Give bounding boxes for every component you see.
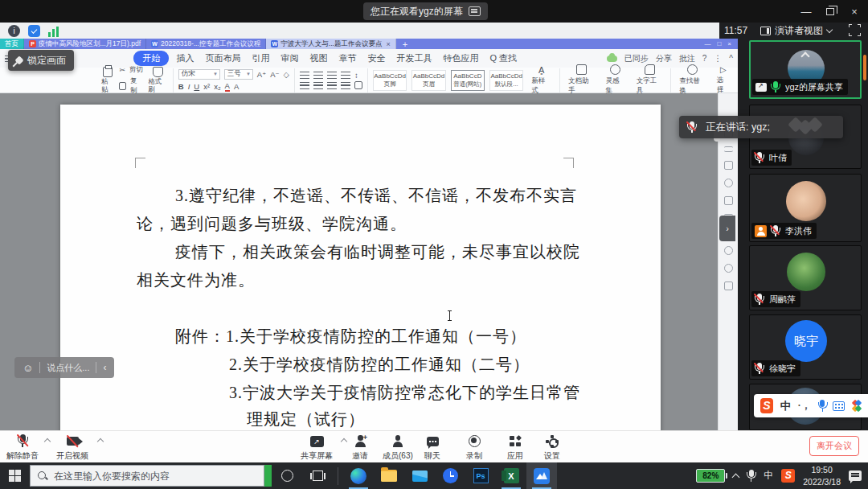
font-name-select[interactable]: 仿宋▾ [178, 69, 220, 80]
wps-close-icon[interactable]: × [727, 40, 731, 47]
grow-font-button[interactable]: A⁺ [257, 70, 266, 79]
share-label[interactable]: 分享 [656, 53, 672, 64]
chat-placeholder[interactable]: 说点什么... [47, 362, 89, 374]
ime-punctuation[interactable]: ·， [798, 399, 811, 413]
menu-security[interactable]: 安全 [362, 51, 391, 66]
tray-sogou-icon[interactable]: S [781, 469, 795, 483]
style-header[interactable]: AaBbCcDd页眉 [411, 70, 445, 91]
taskbar-excel[interactable]: X [496, 462, 526, 489]
menu-review[interactable]: 审阅 [275, 51, 304, 66]
font-color-button[interactable]: A [225, 81, 230, 92]
wps-tab-active-doc[interactable]: W 宁波大学人文与...题工作会议要点 × [266, 39, 395, 49]
align-center-icon[interactable] [313, 82, 323, 89]
sort-icon[interactable]: ↕ [354, 71, 358, 80]
view-mode-switcher[interactable]: 演讲者视图 [760, 23, 832, 39]
numbering-icon[interactable] [313, 72, 323, 79]
side-tool-icon[interactable] [724, 196, 733, 205]
wps-tab-pdf[interactable]: P 疫情中高风险地区划...月17日).pdf [24, 39, 146, 49]
screen-switch-icon[interactable] [469, 6, 481, 16]
participant-tile-zhoulip[interactable]: 周鹂萍 [749, 245, 862, 310]
shield-icon[interactable] [28, 25, 40, 37]
taskbar-search[interactable] [30, 465, 264, 487]
menu-references[interactable]: 引用 [246, 51, 275, 66]
side-tool-icon[interactable] [724, 161, 733, 170]
leave-meeting-button[interactable]: 离开会议 [809, 436, 859, 456]
collapse-arrow-icon[interactable]: ‹ [103, 362, 106, 373]
font-size-select[interactable]: 三号▾ [224, 69, 253, 80]
ime-mode-chinese[interactable]: 中 [780, 399, 791, 413]
participant-tile-ygz-share[interactable]: ygz的屏幕共享 [749, 40, 862, 99]
record-button[interactable]: 录制 [466, 434, 482, 462]
sogou-logo-icon[interactable]: S [760, 398, 773, 413]
find-replace-button[interactable]: 查找替换 [676, 64, 708, 96]
select-button[interactable]: ▷选择 [714, 65, 733, 95]
wps-minimize-icon[interactable]: — [704, 40, 710, 47]
menu-section[interactable]: 章节 [333, 51, 362, 66]
fullscreen-icon[interactable] [849, 24, 861, 36]
text-tools-button[interactable]: 文字工具 [633, 64, 666, 96]
minimize-button[interactable]: — [794, 6, 818, 18]
wps-tab-agenda[interactable]: W 20220318-...控专题工作会议议程 [146, 39, 266, 49]
participant-tile-xuxiaoyu[interactable]: 晓宇 徐晓宇 [749, 314, 862, 380]
superscript-button[interactable]: x² [203, 82, 210, 91]
share-options-chevron[interactable] [341, 438, 347, 445]
menu-start[interactable]: 开始 [133, 51, 169, 66]
invite-button[interactable]: + 邀请 [352, 434, 368, 462]
taskbar-clock-app[interactable] [435, 462, 465, 489]
copy-button[interactable]: 复制 [119, 76, 143, 96]
side-tool-icon[interactable] [724, 264, 733, 273]
side-tool-icon[interactable] [724, 246, 733, 255]
side-tool-icon[interactable] [724, 179, 733, 187]
participant-tile-lihongwei[interactable]: 李洪伟 [749, 174, 862, 242]
cloud-sync-icon[interactable] [607, 55, 617, 62]
borders-icon[interactable] [354, 81, 362, 89]
panel-expand-handle[interactable]: › [719, 216, 735, 241]
bullets-icon[interactable] [300, 72, 309, 79]
menu-find[interactable]: Q 查找 [484, 51, 522, 66]
task-view-button[interactable] [302, 462, 333, 489]
share-screen-button[interactable]: ↗ 共享屏幕 [301, 434, 333, 462]
style-footer[interactable]: AaBbCcDd页脚 [373, 70, 407, 91]
align-left-icon[interactable] [300, 82, 309, 89]
apps-button[interactable]: 应用 [507, 434, 523, 462]
ime-mic-icon[interactable] [818, 400, 825, 413]
tab-close-icon[interactable]: × [386, 40, 390, 48]
restore-button[interactable] [818, 6, 842, 18]
chat-button[interactable]: 聊天 [424, 434, 440, 462]
paste-button[interactable]: 粘贴 [101, 67, 114, 93]
justify-icon[interactable] [341, 82, 350, 89]
unmute-button[interactable]: 解除静音 [6, 434, 39, 462]
collapse-ribbon-icon[interactable]: ^ [729, 54, 733, 63]
wps-tab-home[interactable]: 首页 [0, 39, 24, 49]
settings-button[interactable]: 设置 [544, 434, 560, 462]
shrink-font-button[interactable]: A⁻ [270, 70, 279, 79]
members-button[interactable]: 成员(63) [383, 434, 413, 462]
info-circle-icon[interactable]: i [8, 25, 20, 37]
start-video-button[interactable]: 开启视频 [56, 434, 88, 462]
taskbar-photoshop[interactable]: Ps [465, 462, 496, 489]
lock-screen-tooltip[interactable]: 锁定画面 [8, 50, 74, 71]
cortana-button[interactable] [272, 462, 302, 489]
menu-page-layout[interactable]: 页面布局 [199, 51, 246, 66]
new-style-button[interactable]: A͈新样式 [528, 65, 555, 96]
ime-toolbar[interactable]: S 中 ·， [754, 394, 868, 417]
format-painter-button[interactable]: 格式刷 [148, 67, 168, 93]
side-tool-icon[interactable] [724, 146, 733, 152]
new-tab-button[interactable]: + [396, 39, 414, 49]
quick-chat-bubble[interactable]: ☺ 说点什么... ‹ [14, 357, 114, 378]
tray-ime-mode[interactable]: 中 [764, 469, 773, 483]
start-button-icon[interactable] [9, 470, 21, 482]
battery-indicator[interactable]: 82% [696, 469, 725, 483]
tray-mic-icon[interactable] [747, 470, 755, 483]
search-input[interactable] [54, 471, 247, 482]
cut-button[interactable]: ✂剪切 [119, 65, 143, 75]
outdent-icon[interactable] [327, 72, 337, 79]
synced-label[interactable]: 已同步 [624, 53, 649, 64]
underline-button[interactable]: U [194, 82, 199, 91]
close-button[interactable]: × [842, 6, 866, 18]
tray-expand-icon[interactable] [732, 473, 740, 481]
taskbar-edge[interactable] [343, 462, 374, 489]
taskbar-meeting-app[interactable] [526, 462, 557, 489]
comment-label[interactable]: 批注 [679, 53, 695, 64]
clear-format-button[interactable]: ◇ [284, 70, 289, 79]
